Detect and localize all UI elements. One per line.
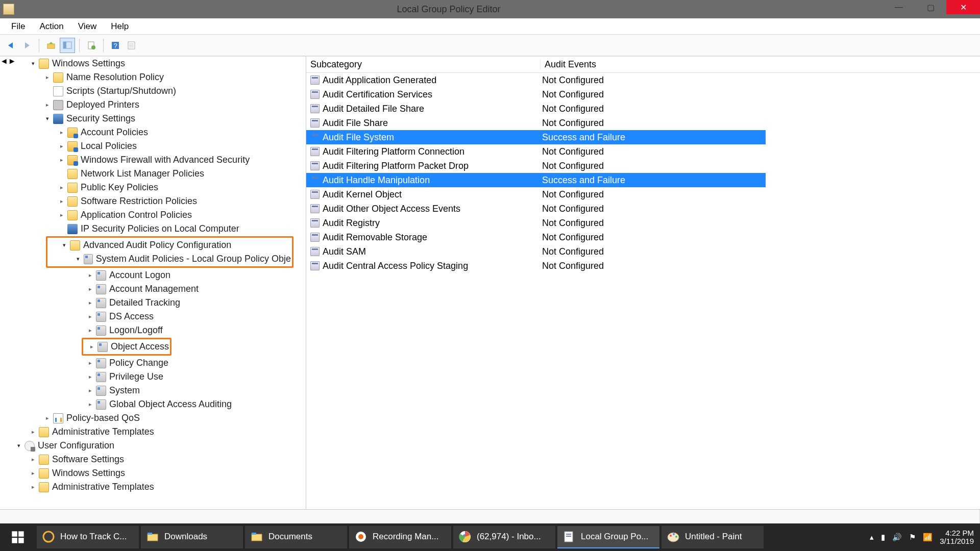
refresh-button[interactable]: [124, 38, 139, 53]
up-level-button[interactable]: [43, 38, 59, 53]
tree-node[interactable]: ▸Global Object Access Auditing: [0, 397, 296, 411]
tree-node[interactable]: ▸Account Management: [0, 282, 296, 296]
tree-node[interactable]: Network List Manager Policies: [0, 167, 296, 181]
policy-row[interactable]: Audit Other Object Access EventsNot Conf…: [306, 202, 980, 216]
tree-node[interactable]: ▾System Audit Policies - Local Group Pol…: [48, 252, 291, 266]
tree[interactable]: ▾Windows Settings▸Name Resolution Policy…: [0, 57, 296, 499]
show-hide-tree-button[interactable]: [60, 38, 75, 53]
expander-closed-icon[interactable]: ▸: [87, 299, 94, 307]
taskbar-item[interactable]: Recording Man...: [349, 526, 451, 548]
tree-node[interactable]: ▸Logon/Logoff: [0, 323, 296, 337]
tray-chevron-icon[interactable]: ▴: [870, 533, 874, 542]
expander-open-icon[interactable]: ▾: [15, 442, 22, 449]
policy-row[interactable]: Audit File SystemSuccess and Failure: [306, 130, 766, 144]
expander-closed-icon[interactable]: ▸: [30, 429, 37, 436]
tree-node[interactable]: ▸Object Access: [84, 340, 169, 354]
tree-node[interactable]: ▸DS Access: [0, 310, 296, 323]
close-button[interactable]: ✕: [946, 0, 980, 14]
expander-closed-icon[interactable]: ▸: [87, 373, 94, 381]
tree-node[interactable]: ▾Security Settings: [0, 112, 296, 126]
tree-node[interactable]: ▸Windows Settings: [0, 466, 296, 480]
tree-node[interactable]: ▸System: [0, 384, 296, 397]
tree-node[interactable]: ▸Deployed Printers: [0, 98, 296, 112]
tray-network-icon[interactable]: 📶: [923, 533, 933, 542]
expander-closed-icon[interactable]: ▸: [30, 470, 37, 477]
menu-action[interactable]: Action: [32, 19, 70, 34]
tree-node[interactable]: ▸Public Key Policies: [0, 181, 296, 194]
taskbar-item[interactable]: How to Track C...: [37, 526, 139, 548]
expander-open-icon[interactable]: ▾: [30, 60, 37, 67]
expander-closed-icon[interactable]: ▸: [44, 74, 51, 81]
nav-back-button[interactable]: [3, 38, 18, 53]
taskbar-item[interactable]: Local Group Po...: [557, 526, 659, 548]
tray-action-center-icon[interactable]: ⚑: [909, 533, 916, 542]
tree-node[interactable]: ▸Detailed Tracking: [0, 296, 296, 310]
expander-closed-icon[interactable]: ▸: [30, 456, 37, 463]
taskbar-item[interactable]: Downloads: [141, 526, 243, 548]
column-audit-events[interactable]: Audit Events: [540, 59, 980, 70]
expander-closed-icon[interactable]: ▸: [44, 102, 51, 109]
expander-closed-icon[interactable]: ▸: [87, 286, 94, 293]
nav-forward-button[interactable]: [19, 38, 35, 53]
tree-node[interactable]: ▾Windows Settings: [0, 57, 296, 70]
tree-node[interactable]: ▾Advanced Audit Policy Configuration: [48, 238, 291, 252]
policy-row[interactable]: Audit Kernel ObjectNot Configured: [306, 187, 980, 202]
help-button[interactable]: ?: [108, 38, 123, 53]
menu-file[interactable]: File: [4, 19, 32, 34]
expander-closed-icon[interactable]: ▸: [87, 313, 94, 320]
expander-closed-icon[interactable]: ▸: [58, 143, 65, 150]
tree-node[interactable]: ▸Local Policies: [0, 139, 296, 153]
column-subcategory[interactable]: Subcategory: [310, 59, 540, 70]
expander-closed-icon[interactable]: ▸: [88, 343, 95, 350]
expander-open-icon[interactable]: ▾: [75, 256, 82, 263]
tree-node[interactable]: ▸Account Policies: [0, 126, 296, 139]
expander-closed-icon[interactable]: ▸: [87, 401, 94, 408]
policy-row[interactable]: Audit Central Access Policy StagingNot C…: [306, 259, 980, 273]
expander-closed-icon[interactable]: ▸: [87, 387, 94, 394]
policy-row[interactable]: Audit Handle ManipulationSuccess and Fai…: [306, 173, 766, 187]
expander-closed-icon[interactable]: ▸: [87, 327, 94, 334]
list-header[interactable]: Subcategory Audit Events: [306, 57, 980, 73]
tree-node[interactable]: ▸Windows Firewall with Advanced Security: [0, 153, 296, 167]
policy-row[interactable]: Audit Removable StorageNot Configured: [306, 230, 980, 244]
policy-row[interactable]: Audit RegistryNot Configured: [306, 216, 980, 230]
tree-node[interactable]: ▸Application Control Policies: [0, 208, 296, 222]
taskbar-item[interactable]: (62,974) - Inbo...: [453, 526, 555, 548]
expander-closed-icon[interactable]: ▸: [58, 184, 65, 191]
expander-closed-icon[interactable]: ▸: [30, 484, 37, 491]
tree-node[interactable]: ▸Privilege Use: [0, 370, 296, 384]
list-body[interactable]: Audit Application GeneratedNot Configure…: [306, 73, 980, 509]
expander-open-icon[interactable]: ▾: [44, 115, 51, 122]
tree-node[interactable]: ▸Administrative Templates: [0, 480, 296, 494]
tree-node[interactable]: ▸Name Resolution Policy: [0, 70, 296, 84]
tree-node[interactable]: ▸Administrative Templates: [0, 425, 296, 439]
tray-volume-icon[interactable]: 🔊: [892, 533, 902, 542]
tray-battery-icon[interactable]: ▮: [881, 533, 885, 542]
policy-row[interactable]: Audit Application GeneratedNot Configure…: [306, 73, 980, 87]
tree-node[interactable]: ▾User Configuration: [0, 439, 296, 453]
tree-node[interactable]: ▸Policy-based QoS: [0, 411, 296, 425]
menu-help[interactable]: Help: [104, 19, 136, 34]
policy-row[interactable]: Audit Detailed File ShareNot Configured: [306, 102, 980, 116]
expander-closed-icon[interactable]: ▸: [58, 212, 65, 219]
policy-row[interactable]: Audit SAMNot Configured: [306, 244, 980, 259]
export-list-button[interactable]: [84, 38, 99, 53]
minimize-button[interactable]: —: [883, 0, 915, 14]
tree-node[interactable]: ▸Software Settings: [0, 453, 296, 466]
taskbar-item[interactable]: Untitled - Paint: [662, 526, 764, 548]
tree-node[interactable]: Scripts (Startup/Shutdown): [0, 84, 296, 98]
expander-open-icon[interactable]: ▾: [61, 242, 68, 249]
policy-row[interactable]: Audit Certification ServicesNot Configur…: [306, 87, 980, 102]
tree-node[interactable]: IP Security Policies on Local Computer: [0, 222, 296, 236]
expander-closed-icon[interactable]: ▸: [44, 415, 51, 422]
tree-node[interactable]: ▸Policy Change: [0, 356, 296, 370]
expander-closed-icon[interactable]: ▸: [87, 360, 94, 367]
expander-closed-icon[interactable]: ▸: [87, 272, 94, 279]
expander-closed-icon[interactable]: ▸: [58, 129, 65, 136]
menu-view[interactable]: View: [71, 19, 104, 34]
expander-closed-icon[interactable]: ▸: [58, 157, 65, 164]
taskbar-item[interactable]: Documents: [245, 526, 347, 548]
tree-node[interactable]: ▸Software Restriction Policies: [0, 194, 296, 208]
maximize-button[interactable]: ▢: [915, 0, 946, 14]
expander-closed-icon[interactable]: ▸: [58, 198, 65, 205]
